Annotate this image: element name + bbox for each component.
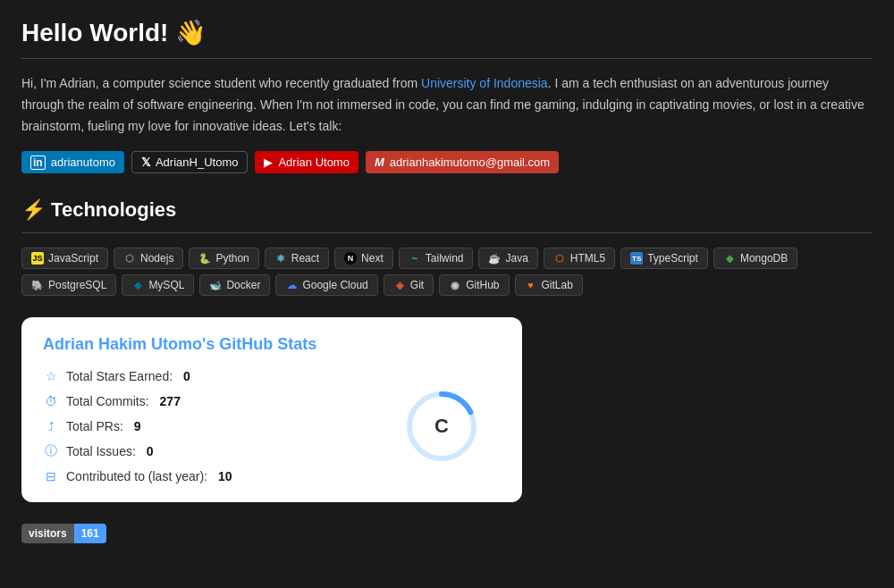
- python-icon: 🐍: [198, 252, 211, 265]
- gitlab-icon: ♥: [525, 279, 537, 291]
- tech-python: 🐍 Python: [189, 248, 258, 269]
- java-icon: ☕: [488, 252, 501, 265]
- commits-label: Total Commits:: [66, 394, 149, 408]
- technologies-title: ⚡ Technologies: [21, 198, 873, 222]
- tech-java: ☕ Java: [478, 248, 537, 269]
- github-stats-card: Adrian Hakim Utomo's GitHub Stats ☆ Tota…: [21, 317, 522, 502]
- grade-circle: C: [397, 382, 486, 471]
- docker-icon: 🐋: [209, 279, 222, 291]
- github-stats-title: Adrian Hakim Utomo's GitHub Stats: [43, 335, 501, 354]
- linkedin-badge[interactable]: in adrianutomo: [21, 151, 124, 173]
- git-icon: ◈: [393, 279, 406, 291]
- mongodb-icon: ◆: [723, 252, 736, 265]
- visitor-label: visitors: [21, 524, 74, 543]
- university-link[interactable]: University of Indonesia: [421, 76, 548, 90]
- twitter-icon: 𝕏: [141, 155, 150, 169]
- linkedin-icon: in: [30, 155, 46, 170]
- stars-value: 0: [183, 369, 190, 383]
- stat-stars: ☆ Total Stars Earned: 0: [43, 368, 232, 384]
- commits-value: 277: [160, 394, 181, 408]
- stat-issues: ⓘ Total Issues: 0: [43, 443, 232, 459]
- tech-javascript: JS JavaScript: [21, 248, 108, 269]
- visitor-badge: visitors 161: [21, 524, 106, 543]
- commits-icon: ⏱: [43, 393, 59, 409]
- github-icon: ◉: [449, 279, 461, 291]
- js-icon: JS: [31, 252, 44, 265]
- tech-git: ◈ Git: [384, 274, 434, 296]
- google-cloud-icon: ☁: [285, 279, 298, 291]
- tech-react: ⚛ React: [265, 248, 329, 269]
- contributed-value: 10: [218, 469, 232, 483]
- tech-github: ◉ GitHub: [439, 274, 509, 296]
- linkedin-label: adrianutomo: [51, 155, 115, 169]
- tech-divider: [21, 232, 873, 233]
- postgresql-icon: 🐘: [31, 279, 44, 291]
- stat-commits: ⏱ Total Commits: 277: [43, 393, 232, 409]
- stat-contributed: ⊟ Contributed to (last year): 10: [43, 468, 232, 484]
- tech-nodejs: ⬡ Nodejs: [114, 248, 183, 269]
- grade-letter: C: [434, 415, 449, 438]
- ts-icon: TS: [630, 252, 643, 265]
- nodejs-icon: ⬡: [123, 252, 136, 265]
- gmail-label: adrianhakimutomo@gmail.com: [390, 155, 550, 169]
- tech-gitlab: ♥ GitLab: [515, 274, 583, 296]
- social-links-container: in adrianutomo 𝕏 AdrianH_Utomo ▶ Adrian …: [21, 151, 873, 173]
- prs-icon: ⤴: [43, 418, 59, 434]
- contributed-icon: ⊟: [43, 468, 59, 484]
- twitter-label: AdrianH_Utomo: [156, 155, 239, 169]
- tech-mysql: ◆ MySQL: [122, 274, 194, 296]
- issues-value: 0: [147, 444, 154, 458]
- youtube-badge[interactable]: ▶ Adrian Utomo: [255, 151, 358, 173]
- tailwind-icon: ~: [409, 252, 421, 265]
- gmail-icon: M: [375, 155, 384, 169]
- stars-icon: ☆: [43, 368, 59, 384]
- youtube-label: Adrian Utomo: [278, 155, 349, 169]
- prs-value: 9: [134, 419, 141, 433]
- tech-next: N Next: [334, 248, 393, 269]
- next-icon: N: [344, 252, 357, 265]
- html5-icon: ⬡: [553, 252, 566, 265]
- issues-label: Total Issues:: [66, 444, 136, 458]
- prs-label: Total PRs:: [66, 419, 123, 433]
- tech-google-cloud: ☁ Google Cloud: [275, 274, 377, 296]
- intro-text-before: Hi, I'm Adrian, a computer science stude…: [21, 76, 421, 90]
- title-divider: [21, 58, 873, 59]
- mysql-icon: ◆: [131, 279, 144, 291]
- tech-tailwind: ~ Tailwind: [399, 248, 474, 269]
- tech-badges-container: JS JavaScript ⬡ Nodejs 🐍 Python ⚛ React …: [21, 248, 873, 296]
- twitter-badge[interactable]: 𝕏 AdrianH_Utomo: [131, 151, 249, 173]
- stat-prs: ⤴ Total PRs: 9: [43, 418, 232, 434]
- stars-label: Total Stars Earned:: [66, 369, 173, 383]
- tech-html5: ⬡ HTML5: [544, 248, 615, 269]
- react-icon: ⚛: [274, 252, 287, 265]
- stats-list: ☆ Total Stars Earned: 0 ⏱ Total Commits:…: [43, 368, 232, 484]
- tech-mongodb: ◆ MongoDB: [713, 248, 797, 269]
- page-title: Hello World! 👋: [21, 18, 873, 47]
- technologies-section: ⚡ Technologies JS JavaScript ⬡ Nodejs 🐍 …: [21, 198, 873, 296]
- tech-postgresql: 🐘 PostgreSQL: [21, 274, 116, 296]
- contributed-label: Contributed to (last year):: [66, 469, 207, 483]
- intro-paragraph: Hi, I'm Adrian, a computer science stude…: [21, 73, 873, 137]
- visitor-count: 161: [74, 524, 106, 543]
- tech-typescript: TS TypeScript: [620, 248, 708, 269]
- issues-icon: ⓘ: [43, 443, 59, 459]
- youtube-icon: ▶: [264, 155, 273, 169]
- stats-content: ☆ Total Stars Earned: 0 ⏱ Total Commits:…: [43, 368, 501, 484]
- tech-docker: 🐋 Docker: [199, 274, 270, 296]
- gmail-badge[interactable]: M adrianhakimutomo@gmail.com: [366, 151, 559, 173]
